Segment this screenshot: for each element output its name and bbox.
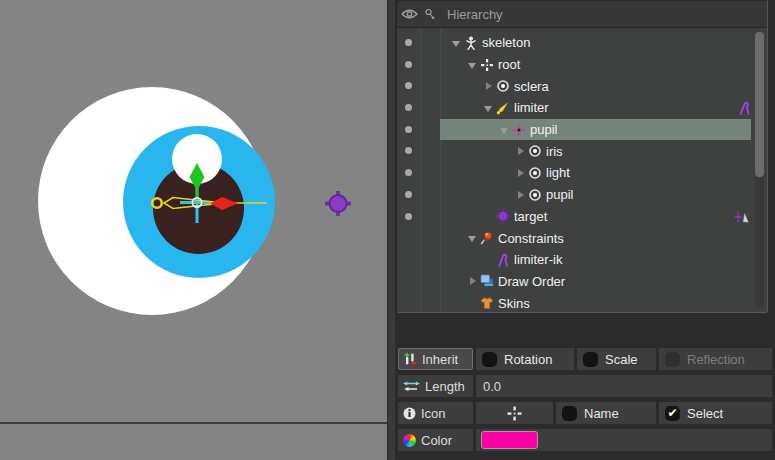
tree-row-skeleton[interactable]: skeleton — [397, 32, 767, 54]
visibility-dot[interactable] — [405, 213, 412, 220]
bone-properties-panel: Bone: pupil R — [395, 313, 775, 460]
icon-label-cell: Icon — [398, 402, 473, 424]
panel-splitter[interactable] — [387, 0, 395, 460]
tree-label: target — [514, 209, 547, 224]
visibility-dot[interactable] — [405, 104, 412, 111]
visibility-dot[interactable] — [405, 191, 412, 198]
ik-constraint-badge-icon — [738, 101, 751, 115]
tree-label: iris — [546, 144, 563, 159]
visibility-dot[interactable] — [405, 61, 412, 68]
bone-crosshair-icon — [512, 123, 526, 137]
rotation-label: Rotation — [504, 352, 552, 367]
ik-icon — [496, 253, 510, 267]
tree-label: pupil — [530, 122, 557, 137]
inherit-icon — [404, 352, 417, 366]
right-panel: Hierarchy skeleton — [395, 0, 775, 460]
tree-row-pupil-slot[interactable]: pupil — [397, 184, 767, 206]
expand-arrow[interactable] — [484, 101, 496, 115]
shirt-icon — [480, 296, 494, 310]
scale-label: Scale — [605, 352, 638, 367]
select-checkbox[interactable]: ✔ — [665, 406, 680, 421]
tree-label: limiter-ik — [514, 252, 562, 267]
bone-gizmo — [0, 0, 387, 460]
tree-row-iris[interactable]: iris — [397, 140, 767, 162]
inherit-scale-cell[interactable]: Scale — [577, 348, 656, 370]
name-label: Name — [584, 406, 619, 421]
length-icon — [403, 380, 420, 392]
tree-row-limiter[interactable]: limiter — [397, 97, 767, 119]
expand-arrow[interactable] — [468, 58, 480, 72]
expand-arrow[interactable] — [452, 36, 464, 50]
slot-icon — [528, 166, 542, 180]
expand-arrow[interactable] — [468, 231, 480, 245]
arrow-spacer — [468, 296, 480, 310]
inherit-label-cell[interactable]: Inherit — [398, 348, 473, 370]
tree-row-sclera[interactable]: sclera — [397, 75, 767, 97]
tree-row-target[interactable]: target — [397, 206, 767, 228]
name-checkbox[interactable] — [562, 406, 577, 421]
expand-arrow[interactable] — [516, 188, 528, 202]
tree-row-draw-order[interactable]: Draw Order — [397, 271, 767, 293]
icon-label: Icon — [421, 406, 446, 421]
ik-target-badge-icon — [734, 210, 751, 225]
arrow-spacer — [484, 253, 496, 267]
spine-editor-window: Hierarchy skeleton — [0, 0, 775, 460]
tree-label: sclera — [514, 79, 549, 94]
hierarchy-header: Hierarchy — [397, 1, 767, 28]
scrollbar-thumb[interactable] — [755, 32, 764, 177]
visibility-dot[interactable] — [405, 82, 412, 89]
visibility-eye-icon[interactable] — [401, 8, 418, 20]
visibility-dot[interactable] — [405, 147, 412, 154]
scale-checkbox[interactable] — [583, 352, 598, 367]
bone-origin-ring[interactable] — [152, 198, 162, 208]
expand-arrow[interactable] — [516, 166, 528, 180]
bone-color-swatch[interactable] — [481, 431, 538, 449]
expand-arrow[interactable] — [484, 79, 496, 93]
rotation-checkbox[interactable] — [482, 352, 497, 367]
tree-label: Constraints — [498, 231, 564, 246]
inherit-rotation-cell[interactable]: Rotation — [476, 348, 574, 370]
ik-target-handle[interactable] — [325, 191, 351, 216]
root-crosshair-icon — [480, 58, 494, 72]
tree-label: pupil — [546, 187, 573, 202]
inherit-label: Inherit — [422, 352, 458, 367]
x-axis-handle-arrow[interactable] — [210, 197, 238, 210]
length-label: Length — [425, 379, 465, 394]
icon-select-cell[interactable]: ✔ Select — [659, 402, 772, 424]
length-value-field[interactable]: 0.0 — [476, 375, 772, 397]
tree-row-pupil[interactable]: pupil — [397, 119, 767, 141]
arrow-spacer — [484, 209, 496, 223]
layers-icon — [480, 274, 494, 288]
color-label-cell: Color — [398, 429, 473, 451]
pin-icon — [480, 231, 494, 245]
visibility-dot[interactable] — [405, 126, 412, 133]
tree-label: skeleton — [482, 35, 530, 50]
visibility-dot[interactable] — [405, 169, 412, 176]
icon-style-selector[interactable] — [476, 402, 553, 424]
link-icon[interactable] — [424, 8, 436, 22]
viewport-canvas[interactable] — [0, 0, 387, 460]
slot-icon — [528, 188, 542, 202]
hierarchy-panel: Hierarchy skeleton — [396, 0, 768, 313]
hierarchy-tree: skeleton root — [397, 29, 767, 312]
tree-label: Draw Order — [498, 274, 565, 289]
slot-icon — [528, 144, 542, 158]
visibility-dot[interactable] — [405, 39, 412, 46]
tree-row-limiter-ik[interactable]: limiter-ik — [397, 249, 767, 271]
expand-arrow[interactable] — [516, 144, 528, 158]
info-icon — [403, 407, 416, 420]
tree-label: Skins — [498, 296, 530, 311]
color-label: Color — [421, 433, 452, 448]
slot-icon — [496, 79, 510, 93]
ik-target-icon — [496, 209, 510, 223]
expand-arrow[interactable] — [468, 274, 480, 288]
tree-row-constraints[interactable]: Constraints — [397, 227, 767, 249]
tree-row-root[interactable]: root — [397, 54, 767, 76]
reflection-checkbox — [665, 352, 680, 367]
tree-row-skins[interactable]: Skins — [397, 292, 767, 313]
expand-arrow[interactable] — [500, 123, 512, 137]
tree-row-light[interactable]: light — [397, 162, 767, 184]
skeleton-icon — [464, 36, 478, 50]
icon-name-cell[interactable]: Name — [556, 402, 656, 424]
y-axis-handle-arrow[interactable] — [190, 163, 205, 191]
